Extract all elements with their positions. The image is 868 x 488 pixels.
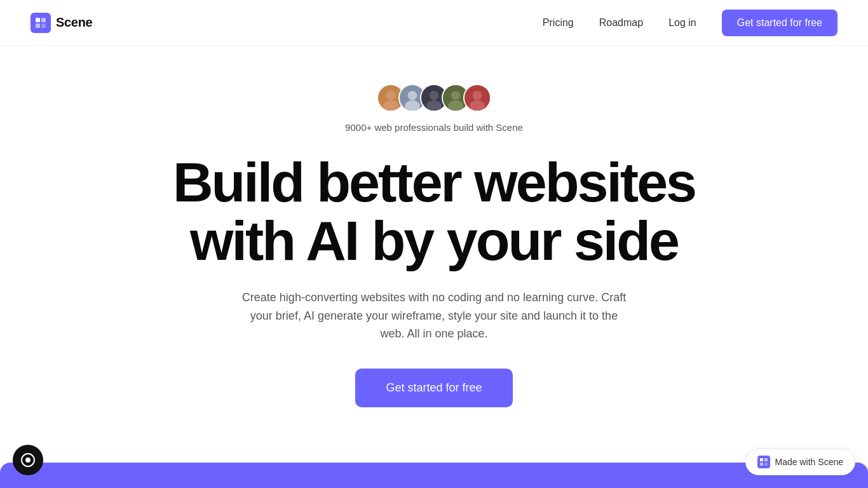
svg-point-8 xyxy=(408,91,417,100)
logo[interactable]: Scene xyxy=(31,13,92,33)
logo-text: Scene xyxy=(56,15,92,30)
made-with-text: Made with Scene xyxy=(775,457,843,467)
svg-point-15 xyxy=(448,100,463,112)
svg-point-11 xyxy=(430,91,439,100)
nav-link-roadmap[interactable]: Roadmap xyxy=(599,17,643,29)
logo-icon xyxy=(31,13,51,33)
nav-link-pricing[interactable]: Pricing xyxy=(543,17,574,29)
svg-rect-2 xyxy=(36,24,40,28)
svg-rect-3 xyxy=(41,24,46,28)
headline-line1: Build better websites xyxy=(173,151,695,214)
hero-headline: Build better websites with AI by your si… xyxy=(173,153,695,271)
made-with-icon xyxy=(757,456,770,468)
svg-rect-24 xyxy=(764,463,768,466)
navbar: Scene Pricing Roadmap Log in Get started… xyxy=(0,0,868,46)
svg-point-18 xyxy=(470,100,485,112)
svg-rect-22 xyxy=(764,458,768,461)
made-with-scene-badge[interactable]: Made with Scene xyxy=(745,449,855,475)
svg-point-6 xyxy=(383,100,398,112)
hero-cta-button[interactable]: Get started for free xyxy=(355,369,512,407)
bottom-left-badge[interactable] xyxy=(13,445,43,475)
svg-point-12 xyxy=(426,100,442,112)
svg-rect-21 xyxy=(760,458,763,461)
svg-point-5 xyxy=(386,91,396,100)
nav-links: Pricing Roadmap Log in Get started for f… xyxy=(543,10,837,36)
svg-rect-23 xyxy=(760,463,763,466)
hero-subheadline: Create high-converting websites with no … xyxy=(237,288,631,343)
headline-line2: with AI by your side xyxy=(173,212,695,270)
avatar-stack xyxy=(377,84,491,112)
nav-cta-button[interactable]: Get started for free xyxy=(722,10,837,36)
avatar-5 xyxy=(463,84,491,112)
avatars-row xyxy=(377,84,491,112)
svg-rect-1 xyxy=(41,18,46,22)
hero-section: 9000+ web professionals build with Scene… xyxy=(0,46,868,407)
svg-point-9 xyxy=(405,100,420,112)
svg-point-20 xyxy=(25,458,31,463)
svg-point-14 xyxy=(451,91,461,100)
social-proof-text: 9000+ web professionals build with Scene xyxy=(345,122,523,133)
svg-point-17 xyxy=(473,91,482,100)
nav-link-login[interactable]: Log in xyxy=(668,17,696,29)
svg-rect-0 xyxy=(36,18,40,22)
bottom-accent-bar xyxy=(0,463,868,488)
